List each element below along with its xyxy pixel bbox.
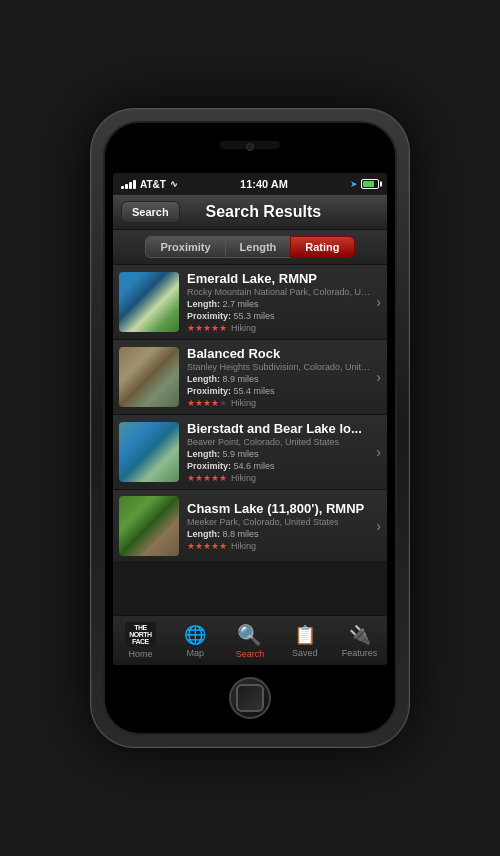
result-rating: ★ ★ ★ ★ ★ Hiking	[187, 473, 372, 483]
tab-length[interactable]: Length	[226, 236, 291, 258]
result-name: Chasm Lake (11,800'), RMNP	[187, 501, 372, 516]
result-rating: ★ ★ ★ ★ ★ Hiking	[187, 541, 372, 551]
back-button[interactable]: Search	[121, 201, 180, 223]
result-location: Stanley Heights Subdivision, Colorado, U…	[187, 362, 372, 372]
result-info: Chasm Lake (11,800'), RMNP Meeker Park, …	[187, 501, 372, 551]
northface-logo-icon: THENORTHFACE	[125, 622, 155, 647]
result-name: Bierstadt and Bear Lake lo...	[187, 421, 372, 436]
tab-map[interactable]: 🌐 Map	[168, 616, 223, 665]
features-icon: 🔌	[349, 624, 371, 646]
home-button-inner	[236, 684, 264, 712]
result-thumbnail	[119, 422, 179, 482]
result-info: Bierstadt and Bear Lake lo... Beaver Poi…	[187, 421, 372, 483]
saved-icon: 📋	[294, 624, 316, 646]
result-info: Balanced Rock Stanley Heights Subdivisio…	[187, 346, 372, 408]
page-title: Search Results	[188, 203, 339, 221]
result-rating: ★ ★ ★ ★ ★ Hiking	[187, 398, 372, 408]
time-display: 11:40 AM	[240, 178, 288, 190]
result-item[interactable]: Emerald Lake, RMNP Rocky Mountain Nation…	[113, 265, 387, 340]
tab-search[interactable]: 🔍 Search	[223, 616, 278, 665]
result-location: Beaver Point, Colorado, United States	[187, 437, 372, 447]
result-rating: ★ ★ ★ ★ ★ Hiking	[187, 323, 372, 333]
result-item[interactable]: Chasm Lake (11,800'), RMNP Meeker Park, …	[113, 490, 387, 563]
result-thumbnail	[119, 272, 179, 332]
home-button[interactable]	[229, 677, 271, 719]
tab-features[interactable]: 🔌 Features	[332, 616, 387, 665]
result-item[interactable]: Bierstadt and Bear Lake lo... Beaver Poi…	[113, 415, 387, 490]
result-name: Balanced Rock	[187, 346, 372, 361]
result-item[interactable]: Balanced Rock Stanley Heights Subdivisio…	[113, 340, 387, 415]
tab-proximity[interactable]: Proximity	[145, 236, 225, 258]
tab-features-label: Features	[342, 648, 378, 658]
result-stats: Length: 5.9 miles	[187, 449, 372, 459]
result-location: Meeker Park, Colorado, United States	[187, 517, 372, 527]
wifi-icon: ∿	[170, 179, 178, 189]
result-thumbnail	[119, 496, 179, 556]
result-stats: Length: 8.9 miles	[187, 374, 372, 384]
search-icon: 🔍	[237, 623, 262, 647]
chevron-right-icon: ›	[376, 444, 381, 460]
result-location: Rocky Mountain National Park, Colorado, …	[187, 287, 372, 297]
chevron-right-icon: ›	[376, 369, 381, 385]
result-name: Emerald Lake, RMNP	[187, 271, 372, 286]
tab-rating[interactable]: Rating	[290, 236, 354, 258]
sort-tabs: Proximity Length Rating	[113, 230, 387, 265]
carrier-label: AT&T	[140, 179, 166, 190]
result-type: Hiking	[231, 473, 256, 483]
result-type: Hiking	[231, 541, 256, 551]
result-type: Hiking	[231, 398, 256, 408]
result-length: Length: 2.7 miles	[187, 299, 259, 309]
battery-icon	[361, 179, 379, 189]
camera	[246, 143, 254, 151]
header: Search Search Results	[113, 195, 387, 230]
status-right: ➤	[350, 179, 379, 189]
status-bar: AT&T ∿ 11:40 AM ➤	[113, 173, 387, 195]
tab-saved[interactable]: 📋 Saved	[277, 616, 332, 665]
tab-saved-label: Saved	[292, 648, 318, 658]
tab-search-label: Search	[236, 649, 265, 659]
chevron-right-icon: ›	[376, 518, 381, 534]
gps-icon: ➤	[350, 179, 358, 189]
screen: AT&T ∿ 11:40 AM ➤ Search Search Results …	[113, 173, 387, 665]
chevron-right-icon: ›	[376, 294, 381, 310]
result-thumbnail	[119, 347, 179, 407]
battery-fill	[363, 181, 374, 187]
phone-frame: AT&T ∿ 11:40 AM ➤ Search Search Results …	[90, 108, 410, 748]
map-icon: 🌐	[184, 624, 206, 646]
tab-map-label: Map	[186, 648, 204, 658]
result-stats: Length: 2.7 miles	[187, 299, 372, 309]
result-stats: Length: 8.8 miles	[187, 529, 372, 539]
tab-bar: THENORTHFACE Home 🌐 Map 🔍 Search 📋 Saved	[113, 615, 387, 665]
tab-home-label: Home	[128, 649, 152, 659]
result-proximity: Proximity: 55.3 miles	[187, 311, 372, 321]
tab-home[interactable]: THENORTHFACE Home	[113, 616, 168, 665]
status-left: AT&T ∿	[121, 179, 178, 190]
signal-icon	[121, 179, 136, 189]
result-type: Hiking	[231, 323, 256, 333]
result-info: Emerald Lake, RMNP Rocky Mountain Nation…	[187, 271, 372, 333]
results-list: Emerald Lake, RMNP Rocky Mountain Nation…	[113, 265, 387, 615]
phone-inner: AT&T ∿ 11:40 AM ➤ Search Search Results …	[103, 121, 397, 735]
